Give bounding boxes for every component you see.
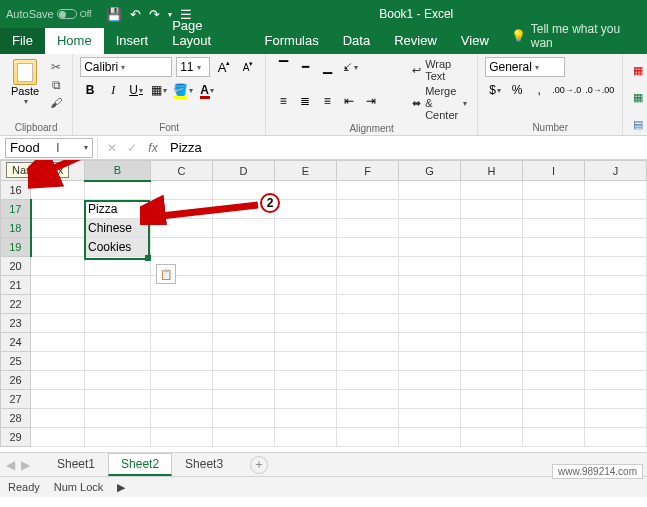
cell-H20[interactable] (461, 257, 523, 276)
column-header-E[interactable]: E (275, 161, 337, 181)
tab-insert[interactable]: Insert (104, 28, 161, 54)
cell-I16[interactable] (523, 181, 585, 200)
cell-F29[interactable] (337, 428, 399, 447)
cell-J21[interactable] (585, 276, 647, 295)
cell-A18[interactable] (31, 219, 85, 238)
cell-H16[interactable] (461, 181, 523, 200)
cell-D24[interactable] (213, 333, 275, 352)
cell-G18[interactable] (399, 219, 461, 238)
percent-format-icon[interactable]: % (507, 80, 527, 100)
cell-A26[interactable] (31, 371, 85, 390)
cell-C29[interactable] (151, 428, 213, 447)
cell-G25[interactable] (399, 352, 461, 371)
cell-H24[interactable] (461, 333, 523, 352)
cell-C16[interactable] (151, 181, 213, 200)
worksheet-area[interactable]: ABCDEFGHIJ 1617Pizza18Chinese19Cookies20… (0, 160, 647, 452)
orientation-icon[interactable]: ⭹▾ (339, 57, 359, 77)
cell-D22[interactable] (213, 295, 275, 314)
row-header-26[interactable]: 26 (1, 371, 31, 390)
cell-I18[interactable] (523, 219, 585, 238)
cell-A27[interactable] (31, 390, 85, 409)
align-top-icon[interactable]: ▔ (273, 57, 293, 77)
cell-G28[interactable] (399, 409, 461, 428)
cell-J29[interactable] (585, 428, 647, 447)
merge-center-button[interactable]: ⬌Merge & Center▾ (409, 84, 470, 122)
column-header-G[interactable]: G (399, 161, 461, 181)
cell-A24[interactable] (31, 333, 85, 352)
increase-decimal-icon[interactable]: .00→.0 (551, 80, 582, 100)
number-format-combo[interactable]: General▾ (485, 57, 565, 77)
cell-J23[interactable] (585, 314, 647, 333)
cell-A16[interactable] (31, 181, 85, 200)
row-header-16[interactable]: 16 (1, 181, 31, 200)
cell-F21[interactable] (337, 276, 399, 295)
cell-G27[interactable] (399, 390, 461, 409)
tab-formulas[interactable]: Formulas (253, 28, 331, 54)
name-box[interactable]: Food I ▾ (5, 138, 93, 158)
cell-H21[interactable] (461, 276, 523, 295)
cell-B20[interactable] (85, 257, 151, 276)
cell-F16[interactable] (337, 181, 399, 200)
cell-I17[interactable] (523, 200, 585, 219)
cell-A19[interactable] (31, 238, 85, 257)
cell-B24[interactable] (85, 333, 151, 352)
comma-format-icon[interactable]: , (529, 80, 549, 100)
cell-B26[interactable] (85, 371, 151, 390)
row-header-19[interactable]: 19 (1, 238, 31, 257)
cell-G19[interactable] (399, 238, 461, 257)
cell-G23[interactable] (399, 314, 461, 333)
cell-F22[interactable] (337, 295, 399, 314)
cell-I22[interactable] (523, 295, 585, 314)
decrease-decimal-icon[interactable]: .0→.00 (584, 80, 615, 100)
column-header-D[interactable]: D (213, 161, 275, 181)
cell-J24[interactable] (585, 333, 647, 352)
column-header-I[interactable]: I (523, 161, 585, 181)
cell-J17[interactable] (585, 200, 647, 219)
column-header-B[interactable]: B (85, 161, 151, 181)
cell-H17[interactable] (461, 200, 523, 219)
new-sheet-button[interactable]: ＋ (250, 456, 268, 474)
cell-E26[interactable] (275, 371, 337, 390)
cell-H27[interactable] (461, 390, 523, 409)
cell-I19[interactable] (523, 238, 585, 257)
wrap-text-button[interactable]: ↩Wrap Text (409, 57, 470, 83)
insert-function-button[interactable]: fx (142, 141, 164, 155)
cell-D19[interactable] (213, 238, 275, 257)
decrease-font-icon[interactable]: A▾ (238, 57, 258, 77)
cell-A20[interactable] (31, 257, 85, 276)
font-color-button[interactable]: A▾ (197, 80, 217, 100)
borders-button[interactable]: ▦▾ (149, 80, 169, 100)
cell-H23[interactable] (461, 314, 523, 333)
cell-F25[interactable] (337, 352, 399, 371)
column-header-F[interactable]: F (337, 161, 399, 181)
cell-B27[interactable] (85, 390, 151, 409)
fill-color-button[interactable]: 🪣▾ (172, 80, 194, 100)
increase-font-icon[interactable]: A▴ (214, 57, 234, 77)
cell-G21[interactable] (399, 276, 461, 295)
bold-button[interactable]: B (80, 80, 100, 100)
cell-H29[interactable] (461, 428, 523, 447)
cell-B19[interactable]: Cookies (85, 238, 151, 257)
enter-icon[interactable]: ✓ (122, 138, 142, 158)
cell-J18[interactable] (585, 219, 647, 238)
cell-E27[interactable] (275, 390, 337, 409)
cell-A29[interactable] (31, 428, 85, 447)
sheet-tab-sheet2[interactable]: Sheet2 (108, 453, 172, 476)
format-painter-icon[interactable]: 🖌 (47, 95, 65, 111)
align-right-icon[interactable]: ≡ (317, 91, 337, 111)
cell-J22[interactable] (585, 295, 647, 314)
font-size-combo[interactable]: 11▾ (176, 57, 210, 77)
row-header-24[interactable]: 24 (1, 333, 31, 352)
tab-file[interactable]: File (0, 28, 45, 54)
cell-D25[interactable] (213, 352, 275, 371)
cell-H25[interactable] (461, 352, 523, 371)
cell-J16[interactable] (585, 181, 647, 200)
chevron-down-icon[interactable]: ▾ (84, 143, 88, 152)
cell-G26[interactable] (399, 371, 461, 390)
cell-C18[interactable] (151, 219, 213, 238)
row-header-21[interactable]: 21 (1, 276, 31, 295)
cell-B21[interactable] (85, 276, 151, 295)
cell-C25[interactable] (151, 352, 213, 371)
save-icon[interactable]: 💾 (106, 7, 122, 22)
cell-D26[interactable] (213, 371, 275, 390)
